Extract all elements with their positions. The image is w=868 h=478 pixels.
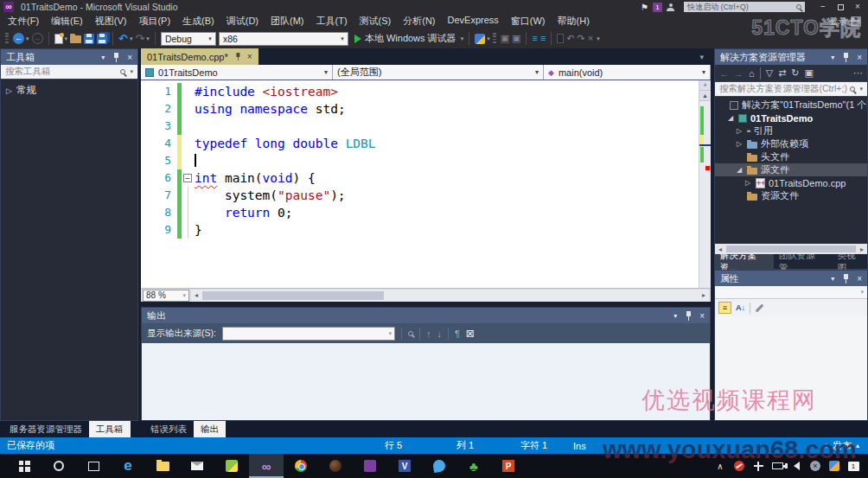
menu-item[interactable]: 工具(T) (310, 15, 354, 28)
output-content[interactable] (142, 343, 710, 420)
close-icon[interactable]: × (857, 274, 862, 284)
explorer-tab[interactable]: 解决方案资... (715, 254, 774, 269)
refresh-icon[interactable]: ↻ (791, 67, 799, 79)
toolbar-overflow-icon[interactable]: ▾ (597, 35, 600, 42)
taskbar-task-view[interactable] (76, 454, 111, 478)
window-position-icon[interactable]: ▾ (101, 54, 105, 61)
tree-item[interactable]: ▷▪▪引用 (715, 124, 867, 137)
tray-close[interactable]: × (806, 454, 825, 478)
tree-item[interactable]: ▷外部依赖项 (715, 137, 867, 150)
code-text[interactable]: system("pause"); (195, 187, 346, 204)
editor-horizontal-scrollbar[interactable]: ◂ ▸ (191, 290, 709, 302)
explorer-tab[interactable]: 类视图 (832, 254, 867, 269)
pin-icon[interactable] (842, 274, 849, 284)
code-text[interactable]: } (195, 221, 202, 239)
project-dropdown[interactable]: 01TraitsDemo ▾ (141, 65, 333, 80)
notifications-flag-icon[interactable]: ⚑ (641, 3, 648, 12)
save-all-button[interactable] (97, 34, 107, 44)
code-text[interactable]: #include <iostream> (195, 83, 338, 100)
taskbar-search[interactable] (41, 454, 76, 478)
taskbar-eclipse[interactable] (318, 454, 353, 478)
document-tab[interactable]: 01TraitsDemo.cpp* × (141, 48, 258, 65)
output-header[interactable]: 输出 ▾ × (142, 308, 710, 323)
menu-item[interactable]: 窗口(W) (505, 15, 552, 28)
toolbox-group-general[interactable]: ▷ 常规 (1, 80, 137, 101)
tray-expand[interactable]: ∧ (711, 454, 730, 478)
properties-header[interactable]: 属性 ▾ × (715, 271, 867, 286)
scroll-left-icon[interactable]: ◂ (191, 290, 201, 302)
tree-item[interactable]: ◢01TraitsDemo (715, 112, 867, 124)
properties-content[interactable] (715, 316, 867, 420)
collapse-toggle-icon[interactable]: − (183, 174, 192, 182)
close-icon[interactable]: × (127, 53, 132, 62)
splitter-handle-icon[interactable]: + (699, 80, 711, 91)
dock-tab[interactable]: 错误列表 (144, 421, 194, 437)
code-text[interactable] (195, 152, 196, 169)
bookmark-icon[interactable] (557, 34, 564, 43)
toolbox-header[interactable]: 工具箱 ▾ × (1, 49, 137, 65)
menu-item[interactable]: 团队(M) (265, 15, 310, 28)
menu-item[interactable]: 项目(P) (132, 15, 176, 28)
tray-app[interactable] (825, 454, 844, 478)
open-file-button[interactable] (70, 34, 81, 43)
menu-item[interactable]: 文件(F) (2, 15, 45, 28)
member-dropdown[interactable]: ◆ main(void) ▾ (544, 65, 711, 80)
word-wrap-icon[interactable]: ¶ (455, 328, 460, 339)
output-source-dropdown[interactable]: ▾ (222, 327, 395, 341)
menu-item[interactable]: 分析(N) (397, 15, 441, 28)
close-icon[interactable]: × (857, 53, 862, 62)
window-position-icon[interactable]: ▾ (831, 54, 834, 61)
dock-tab[interactable]: 服务器资源管理器 (3, 421, 89, 437)
explorer-horizontal-scrollbar[interactable]: ◂ ▸ (715, 244, 867, 254)
toolbox-search-input[interactable]: 搜索工具箱 ▾ (1, 65, 137, 80)
tray-notification[interactable]: 1 (844, 454, 863, 478)
taskbar-file-explorer[interactable] (145, 454, 180, 478)
avatar-icon[interactable] (851, 16, 861, 27)
explorer-tab[interactable]: 团队资源管... (774, 254, 833, 269)
taskbar-powerpoint[interactable]: P (491, 454, 526, 478)
expanded-arrow-icon[interactable]: ◢ (735, 166, 744, 174)
editor-vertical-scrollbar[interactable]: + ▲ (699, 80, 711, 288)
code-editor[interactable]: 1#include <iostream>2using namespace std… (141, 80, 711, 288)
scroll-right-icon[interactable]: ▸ (699, 290, 709, 302)
dock-tab[interactable]: 工具箱 (89, 421, 131, 437)
taskbar-bird[interactable] (422, 454, 456, 478)
code-text[interactable]: using namespace std; (195, 100, 346, 118)
redo-button[interactable]: ↷▾ (135, 33, 149, 44)
scrollbar-thumb[interactable] (202, 291, 384, 300)
tree-item[interactable]: ▷++01TraitsDemo.cpp (715, 176, 867, 189)
save-button[interactable] (84, 34, 94, 44)
comment-lines-icon[interactable]: ≡ (532, 33, 537, 44)
find-in-files-icon[interactable]: ▣ (512, 33, 520, 44)
clear-bookmarks-icon[interactable]: × (588, 33, 593, 44)
window-position-icon[interactable]: ▾ (831, 275, 834, 283)
zoom-level-dropdown[interactable]: 88 % ▾ (143, 290, 189, 302)
pin-icon[interactable] (685, 311, 692, 321)
restore-button[interactable] (832, 1, 849, 13)
code-text[interactable]: typedef long double LDBL (195, 135, 376, 152)
close-button[interactable]: × (849, 1, 866, 13)
taskbar-mail[interactable] (180, 454, 214, 478)
new-project-button[interactable]: ▾ (54, 34, 68, 44)
solution-explorer-header[interactable]: 解决方案资源管理器 ▾ × (715, 49, 867, 65)
pin-icon[interactable] (842, 53, 849, 62)
undo-button[interactable]: ↶▾ (118, 33, 132, 44)
taskbar-clover[interactable]: ♣ (456, 454, 491, 478)
pin-icon[interactable] (112, 53, 119, 62)
next-bookmark-icon[interactable]: ↷ (578, 33, 585, 44)
forward-icon[interactable]: → (734, 68, 744, 79)
collapsed-arrow-icon[interactable]: ▷ (735, 140, 744, 148)
tree-item[interactable]: 资源文件 (715, 189, 867, 202)
menu-item[interactable]: 调试(D) (220, 15, 265, 28)
toolbar-grip[interactable] (493, 33, 496, 45)
tree-item[interactable]: 解决方案"01TraitsDemo"(1 个项目) (715, 99, 867, 112)
scrollbar-thumb[interactable] (726, 245, 856, 252)
close-tab-icon[interactable]: × (247, 52, 252, 61)
code-text[interactable]: return 0; (195, 204, 293, 221)
publish-button[interactable]: ↑ 发布 ▴ (824, 437, 859, 454)
expanded-arrow-icon[interactable]: ◢ (726, 114, 735, 122)
tree-item[interactable]: 头文件 (715, 150, 867, 163)
menu-item[interactable]: 帮助(H) (552, 15, 596, 28)
menu-item[interactable]: 测试(S) (354, 15, 398, 28)
taskbar-video-app[interactable] (214, 454, 249, 478)
